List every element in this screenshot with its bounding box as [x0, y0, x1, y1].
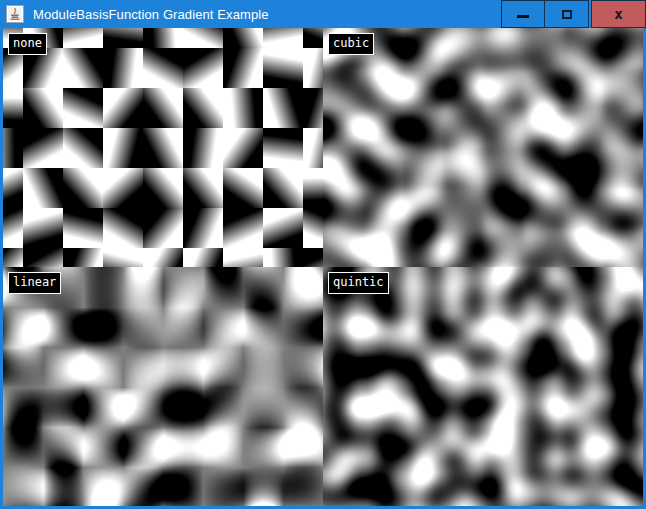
quadrant-label-none: none [8, 33, 47, 55]
noise-canvas [3, 28, 643, 506]
noise-client-area: none cubic linear quintic [3, 28, 643, 506]
quadrant-label-quintic: quintic [328, 272, 389, 294]
close-button[interactable]: x [591, 0, 646, 28]
close-icon: x [614, 7, 622, 21]
titlebar[interactable]: ModuleBasisFunction Gradient Example x [0, 0, 646, 28]
quadrant-label-cubic: cubic [328, 33, 374, 55]
window-frame: none cubic linear quintic [0, 28, 646, 509]
quadrant-label-linear: linear [8, 272, 61, 294]
maximize-button[interactable] [545, 0, 589, 28]
minimize-icon [517, 15, 529, 18]
window-controls: x [501, 0, 646, 28]
minimize-button[interactable] [501, 0, 545, 28]
maximize-icon [562, 10, 572, 19]
app-window: ModuleBasisFunction Gradient Example x n… [0, 0, 646, 509]
window-title: ModuleBasisFunction Gradient Example [33, 7, 501, 22]
java-coffee-cup-icon [5, 4, 25, 24]
